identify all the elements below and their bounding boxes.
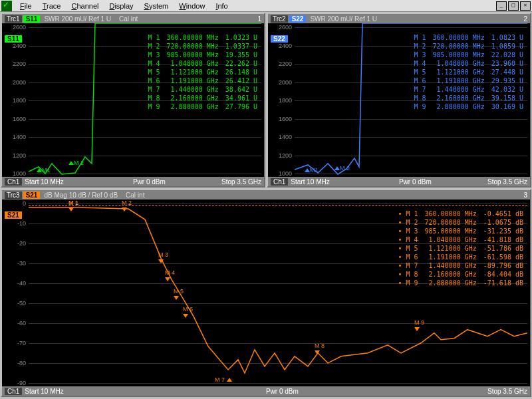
badge-s21: S21: [5, 211, 22, 219]
ytick: 2400: [269, 43, 292, 49]
ytick: -50: [3, 300, 26, 307]
ytick: 2000: [269, 79, 292, 86]
marker-row: M 41.048000 GHz23.960 U: [411, 60, 526, 67]
marker-row: M 61.191000 GHz29.935 U: [411, 77, 526, 84]
marker-row: M 2720.00000 MHz1.0859 U: [411, 43, 526, 50]
marker-row: M 3985.00000 MHz19.355 U: [145, 51, 260, 59]
trace-label: Trc1: [5, 15, 22, 23]
cal-text: Cal int: [126, 192, 144, 199]
ytick: 1200: [269, 152, 292, 159]
start-freq: Start 10 MHz: [291, 178, 329, 186]
stop-freq: Stop 3.5 GHz: [221, 178, 261, 186]
marker-row: • M 2720.00000 MHz-1.0675 dB: [395, 219, 526, 226]
pane-s21[interactable]: Trc3 S21 dB Mag 10 dB / Ref 0 dB Cal int…: [1, 189, 531, 397]
trace-label: Trc2: [271, 15, 288, 23]
trace-label: Trc3: [5, 192, 22, 199]
marker-row: M 61.191000 GHz26.412 U: [145, 77, 260, 84]
marker-row: • M 3985.00000 MHz-31.235 dB: [395, 227, 526, 235]
menu-channel[interactable]: Channel: [66, 1, 104, 11]
plot-area-s21[interactable]: S21 -90-80-70-60-50-40-30-20-100 M 1 M 2…: [2, 200, 530, 386]
ytick: -70: [3, 340, 26, 346]
ytick: -60: [3, 320, 26, 327]
plot-area-s22[interactable]: S22 100012001400160018002000220024002600…: [268, 23, 530, 177]
trace-num: 3: [523, 192, 527, 199]
marker-row: • M 71.440000 GHz-89.796 dB: [395, 262, 526, 269]
ytick: 2400: [3, 43, 26, 49]
channel-label: Ch1: [271, 178, 288, 186]
ytick: 1000: [3, 170, 26, 177]
plot-area-s11[interactable]: S11 100012001400160018002000220024002600…: [2, 23, 264, 177]
power: Pwr 0 dBm: [266, 388, 299, 395]
app-icon: [1, 1, 12, 11]
ytick: 1400: [3, 134, 26, 140]
power: Pwr 0 dBm: [399, 178, 432, 186]
marker-row: M 71.440000 GHz38.642 U: [145, 86, 260, 93]
menu-window[interactable]: Window: [174, 1, 210, 11]
pane-s21-header: Trc3 S21 dB Mag 10 dB / Ref 0 dB Cal int…: [2, 190, 530, 200]
sparam-label: S21: [23, 192, 41, 199]
marker-table-s11: M 1360.00000 MHz1.0323 UM 2720.00000 MHz…: [144, 33, 261, 112]
channel-label: Ch1: [5, 388, 22, 395]
pane-s22-header: Trc2 S22 SWR 200 mU/ Ref 1 U 2: [268, 14, 530, 23]
maximize-button[interactable]: □: [508, 1, 519, 11]
ytick: 1200: [3, 152, 26, 159]
marker-row: • M 41.048000 GHz-41.818 dB: [395, 236, 526, 243]
pane-s22-footer: Ch1 Start 10 MHz Pwr 0 dBm Stop 3.5 GHz: [268, 177, 530, 186]
power: Pwr 0 dBm: [133, 178, 166, 186]
ytick: -80: [3, 360, 26, 366]
pane-s22[interactable]: Trc2 S22 SWR 200 mU/ Ref 1 U 2 S22 10001…: [267, 13, 531, 188]
marker-row: M 82.160000 GHz34.961 U: [145, 94, 260, 102]
marker-row: M 92.880000 GHz30.169 U: [411, 103, 526, 110]
cal-text: Cal int: [119, 15, 138, 23]
trace-num: 1: [257, 15, 261, 23]
start-freq: Start 10 MHz: [25, 178, 63, 186]
menu-info[interactable]: Info: [210, 1, 233, 11]
ytick: 0: [3, 200, 26, 207]
ytick: 1400: [269, 134, 292, 140]
ytick: 1000: [269, 170, 292, 177]
menu-system[interactable]: System: [139, 1, 174, 11]
marker-row: • M 1360.00000 MHz-0.4651 dB: [395, 210, 526, 217]
stop-freq: Stop 3.5 GHz: [487, 388, 527, 395]
menu-display[interactable]: Display: [104, 1, 138, 11]
menu-file[interactable]: File: [15, 1, 37, 11]
scale-text: dB Mag 10 dB / Ref 0 dB: [44, 192, 118, 199]
minimize-button[interactable]: _: [496, 1, 507, 11]
scale-text: SWR 200 mU/ Ref 1 U: [44, 15, 111, 23]
marker-row: M 51.121000 GHz26.148 U: [145, 68, 260, 76]
marker-row: • M 61.191000 GHz-61.598 dB: [395, 253, 526, 261]
menu-bar: FileTraceChannelDisplaySystemWindowInfo …: [0, 0, 532, 12]
ytick: 2200: [269, 61, 292, 67]
scale-text: SWR 200 mU/ Ref 1 U: [310, 15, 377, 23]
ytick: -10: [3, 220, 26, 227]
ytick: 1800: [3, 97, 26, 104]
ytick: -40: [3, 280, 26, 287]
marker-row: M 92.880000 GHz27.796 U: [145, 103, 260, 110]
ytick: 1800: [269, 97, 292, 104]
marker-row: M 1360.00000 MHz1.0823 U: [411, 34, 526, 41]
start-freq: Start 10 MHz: [25, 388, 63, 395]
marker-row: • M 82.160000 GHz-84.404 dB: [395, 271, 526, 278]
marker-row: M 41.048000 GHz22.262 U: [145, 60, 260, 67]
sparam-label: S11: [23, 15, 41, 23]
marker-table-s21: • M 1360.00000 MHz-0.4651 dB• M 2720.000…: [394, 209, 527, 288]
pane-s11-footer: Ch1 Start 10 MHz Pwr 0 dBm Stop 3.5 GHz: [2, 177, 264, 186]
stop-freq: Stop 3.5 GHz: [487, 178, 527, 186]
ytick: 2600: [3, 24, 26, 31]
pane-s11[interactable]: Trc1 S11 SWR 200 mU/ Ref 1 U Cal int 1 S…: [1, 13, 265, 188]
badge-s11: S11: [5, 35, 22, 43]
marker-table-s22: M 1360.00000 MHz1.0823 UM 2720.00000 MHz…: [410, 33, 527, 112]
pane-s21-footer: Ch1 Start 10 MHz Pwr 0 dBm Stop 3.5 GHz: [2, 386, 530, 396]
marker-row: M 51.121000 GHz27.448 U: [411, 68, 526, 76]
close-button[interactable]: ✕: [520, 1, 531, 11]
marker-row: M 71.440000 GHz42.032 U: [411, 86, 526, 93]
ytick: -20: [3, 240, 26, 247]
marker-row: M 82.160000 GHz39.158 U: [411, 94, 526, 102]
pane-s11-header: Trc1 S11 SWR 200 mU/ Ref 1 U Cal int 1: [2, 14, 264, 23]
ytick: 2200: [3, 61, 26, 67]
marker-row: • M 92.880000 GHz-71.618 dB: [395, 279, 526, 287]
ytick: -30: [3, 260, 26, 267]
marker-row: • M 51.121000 GHz-51.786 dB: [395, 245, 526, 252]
menu-trace[interactable]: Trace: [37, 1, 66, 11]
sparam-label: S22: [289, 15, 307, 23]
